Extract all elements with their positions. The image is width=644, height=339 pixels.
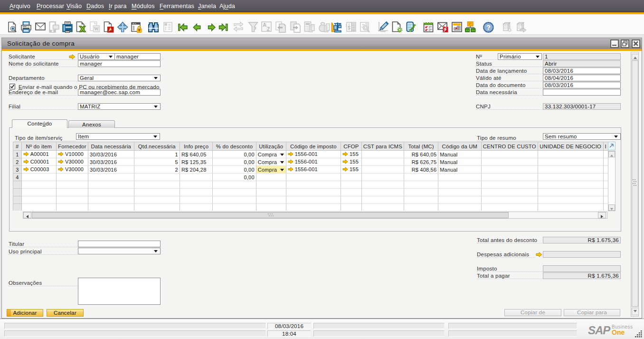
svg-text:W: W — [94, 26, 99, 31]
svg-text:Z: Z — [267, 27, 270, 32]
svg-text:?: ? — [486, 23, 491, 31]
svg-text:A: A — [263, 22, 266, 28]
